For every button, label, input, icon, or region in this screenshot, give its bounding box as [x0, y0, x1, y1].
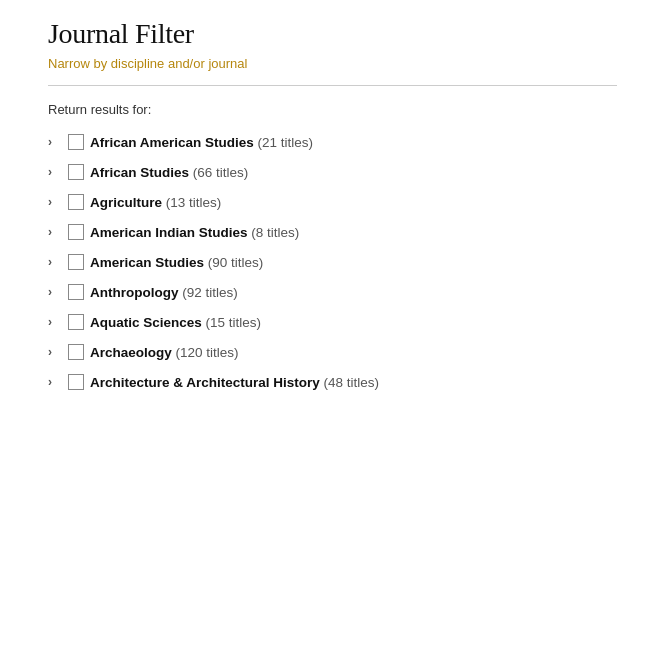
- filter-checkbox[interactable]: [68, 374, 84, 390]
- list-item: ›Agriculture (13 titles): [48, 187, 617, 217]
- list-item: ›Anthropology (92 titles): [48, 277, 617, 307]
- filter-item-label: African American Studies (21 titles): [90, 135, 313, 150]
- list-item: ›Aquatic Sciences (15 titles): [48, 307, 617, 337]
- list-item: ›African Studies (66 titles): [48, 157, 617, 187]
- chevron-right-icon[interactable]: ›: [48, 255, 62, 269]
- return-label: Return results for:: [48, 102, 617, 117]
- divider: [48, 85, 617, 86]
- list-item: ›American Studies (90 titles): [48, 247, 617, 277]
- filter-item-label: Aquatic Sciences (15 titles): [90, 315, 261, 330]
- chevron-right-icon[interactable]: ›: [48, 135, 62, 149]
- filter-item-label: Agriculture (13 titles): [90, 195, 221, 210]
- filter-item-label: Archaeology (120 titles): [90, 345, 239, 360]
- filter-item-label: American Indian Studies (8 titles): [90, 225, 299, 240]
- filter-checkbox[interactable]: [68, 164, 84, 180]
- filter-checkbox[interactable]: [68, 254, 84, 270]
- filter-item-label: African Studies (66 titles): [90, 165, 248, 180]
- filter-item-label: Architecture & Architectural History (48…: [90, 375, 379, 390]
- filter-item-label: Anthropology (92 titles): [90, 285, 238, 300]
- filter-checkbox[interactable]: [68, 134, 84, 150]
- list-item: ›African American Studies (21 titles): [48, 127, 617, 157]
- chevron-right-icon[interactable]: ›: [48, 345, 62, 359]
- page-title: Journal Filter: [48, 18, 617, 50]
- filter-item-label: American Studies (90 titles): [90, 255, 263, 270]
- filter-list: ›African American Studies (21 titles)›Af…: [48, 127, 617, 397]
- chevron-right-icon[interactable]: ›: [48, 315, 62, 329]
- chevron-right-icon[interactable]: ›: [48, 375, 62, 389]
- subtitle: Narrow by discipline and/or journal: [48, 56, 617, 71]
- chevron-right-icon[interactable]: ›: [48, 195, 62, 209]
- filter-checkbox[interactable]: [68, 194, 84, 210]
- filter-checkbox[interactable]: [68, 314, 84, 330]
- chevron-right-icon[interactable]: ›: [48, 225, 62, 239]
- filter-checkbox[interactable]: [68, 284, 84, 300]
- list-item: ›Archaeology (120 titles): [48, 337, 617, 367]
- chevron-right-icon[interactable]: ›: [48, 165, 62, 179]
- list-item: ›Architecture & Architectural History (4…: [48, 367, 617, 397]
- chevron-right-icon[interactable]: ›: [48, 285, 62, 299]
- filter-checkbox[interactable]: [68, 224, 84, 240]
- list-item: ›American Indian Studies (8 titles): [48, 217, 617, 247]
- filter-checkbox[interactable]: [68, 344, 84, 360]
